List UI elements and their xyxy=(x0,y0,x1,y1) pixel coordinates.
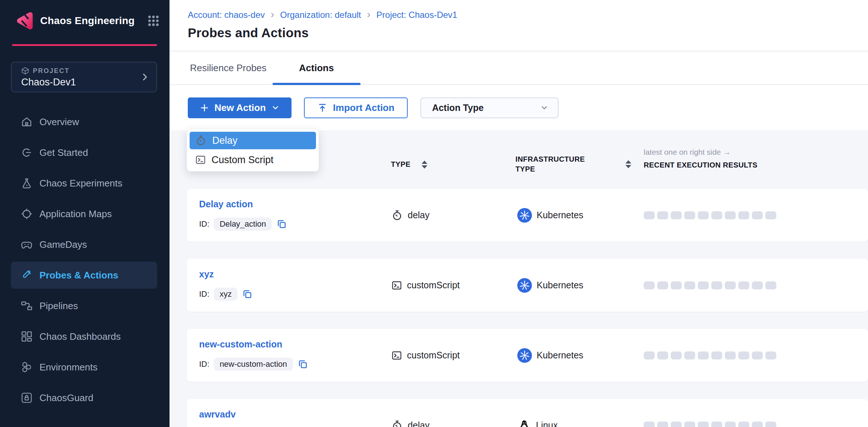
execution-result-placeholder xyxy=(765,281,776,289)
action-type-cell: delay xyxy=(391,209,430,222)
home-icon xyxy=(20,115,33,128)
accent-divider xyxy=(12,44,157,46)
sidebar-item-chaosguard[interactable]: ChaosGuard xyxy=(11,384,157,411)
execution-result-placeholder xyxy=(671,211,682,219)
project-selector[interactable]: PROJECT Chaos-Dev1 xyxy=(11,62,157,92)
plus-icon xyxy=(199,103,209,113)
terminal-icon xyxy=(195,154,206,166)
hexagons-icon xyxy=(20,361,33,374)
gamepad-icon xyxy=(20,238,33,251)
copy-icon[interactable] xyxy=(276,219,287,230)
execution-result-placeholder xyxy=(752,422,763,427)
menu-item-delay[interactable]: Delay xyxy=(190,132,316,149)
execution-result-placeholder xyxy=(738,422,749,427)
breadcrumb-organization[interactable]: Organization: default xyxy=(280,10,361,20)
chevron-down-icon xyxy=(540,103,549,112)
menu-item-custom-script[interactable]: Custom Script xyxy=(190,151,316,169)
terminal-icon xyxy=(391,350,403,361)
execution-result-placeholder xyxy=(684,211,695,219)
execution-result-placeholder xyxy=(725,281,736,289)
breadcrumb-project[interactable]: Project: Chaos-Dev1 xyxy=(376,10,457,20)
sidebar-item-overview[interactable]: Overview xyxy=(11,108,157,135)
action-id-value: Delay_action xyxy=(214,218,272,231)
tab-resilience-probes[interactable]: Resilience Probes xyxy=(190,51,267,84)
sidebar-item-application-maps[interactable]: Application Maps xyxy=(11,200,157,227)
execution-result-placeholder xyxy=(671,281,682,289)
execution-result-placeholder xyxy=(698,422,709,427)
sidebar-item-probes-and-actions[interactable]: Probes & Actions xyxy=(11,262,157,289)
execution-result-placeholder xyxy=(684,422,695,427)
new-action-button[interactable]: New Action xyxy=(188,97,292,118)
table-row-delay-action: Delay action ID: Delay_action delay xyxy=(187,189,868,242)
app-switcher-grid-icon[interactable] xyxy=(148,15,159,27)
recent-execution-results xyxy=(644,351,776,359)
chaos-engineering-logo-icon[interactable] xyxy=(14,11,34,31)
sidebar-item-gamedays[interactable]: GameDays xyxy=(11,231,157,258)
table-row-awrvadv: awrvadv delay Linux xyxy=(187,399,868,427)
test-tube-icon xyxy=(20,269,33,282)
execution-result-placeholder xyxy=(765,422,776,427)
execution-result-placeholder xyxy=(752,211,763,219)
copy-icon[interactable] xyxy=(297,359,308,370)
column-header-type: TYPE xyxy=(391,160,411,169)
copy-icon[interactable] xyxy=(242,289,253,300)
action-name-link[interactable]: awrvadv xyxy=(199,409,236,419)
sidebar-item-chaos-experiments[interactable]: Chaos Experiments xyxy=(11,170,157,197)
import-action-button[interactable]: Import Action xyxy=(304,97,408,118)
flask-icon xyxy=(20,177,33,190)
action-name-link[interactable]: xyz xyxy=(199,269,214,279)
cube-icon xyxy=(21,67,29,75)
sort-infrastructure-icon[interactable] xyxy=(625,160,631,168)
action-id-value: xyz xyxy=(214,288,237,301)
table-row-new-custom-action: new-custom-action ID: new-custom-action … xyxy=(187,329,868,382)
sidebar-item-get-started[interactable]: Get Started xyxy=(11,139,157,166)
target-icon xyxy=(20,207,33,220)
kubernetes-icon xyxy=(517,208,532,223)
sidebar-item-pipelines[interactable]: Pipelines xyxy=(11,292,157,319)
breadcrumb-account[interactable]: Account: chaos-dev xyxy=(188,10,265,20)
page-title: Probes and Actions xyxy=(188,26,868,40)
breadcrumb-separator: › xyxy=(367,9,370,21)
recent-execution-results xyxy=(644,281,776,289)
execution-result-placeholder xyxy=(671,351,682,359)
chevron-right-icon xyxy=(140,72,150,82)
table-row-xyz: xyz ID: xyz customScript Kubernetes xyxy=(187,259,868,312)
chevron-down-icon xyxy=(271,103,280,112)
toolbar: New Action Import Action Action Type xyxy=(170,85,868,130)
execution-result-placeholder xyxy=(711,211,722,219)
execution-result-placeholder xyxy=(698,281,709,289)
results-note: latest one on right side → xyxy=(644,148,757,157)
execution-result-placeholder xyxy=(657,351,668,359)
execution-result-placeholder xyxy=(725,211,736,219)
breadcrumb: Account: chaos-dev › Organization: defau… xyxy=(188,9,868,21)
action-type-cell: customScript xyxy=(391,280,460,291)
sidebar-item-chaos-dashboards[interactable]: Chaos Dashboards xyxy=(11,323,157,350)
tab-actions[interactable]: Actions xyxy=(273,51,361,84)
linux-icon xyxy=(517,419,531,427)
action-name-link[interactable]: Delay action xyxy=(199,199,253,209)
execution-result-placeholder xyxy=(752,351,763,359)
sort-type-icon[interactable] xyxy=(422,161,427,169)
tab-bar: Resilience Probes Actions xyxy=(170,51,868,85)
action-type-cell: customScript xyxy=(391,350,460,361)
execution-result-placeholder xyxy=(657,211,668,219)
execution-result-placeholder xyxy=(698,211,709,219)
execution-result-placeholder xyxy=(657,281,668,289)
sidebar-item-environments[interactable]: Environments xyxy=(11,354,157,381)
action-name-link[interactable]: new-custom-action xyxy=(199,339,282,349)
execution-result-placeholder xyxy=(671,422,682,427)
execution-result-placeholder xyxy=(738,211,749,219)
recent-execution-results xyxy=(644,211,776,219)
infrastructure-cell: Linux xyxy=(517,419,558,427)
execution-result-placeholder xyxy=(644,422,655,427)
execution-result-placeholder xyxy=(644,281,655,289)
execution-result-placeholder xyxy=(684,281,695,289)
action-type-select[interactable]: Action Type xyxy=(420,97,559,118)
sidebar-header: Chaos Engineering xyxy=(0,0,170,31)
infrastructure-cell: Kubernetes xyxy=(517,278,583,293)
project-label: PROJECT xyxy=(33,67,69,75)
execution-result-placeholder xyxy=(644,351,655,359)
execution-result-placeholder xyxy=(752,281,763,289)
recent-execution-results xyxy=(644,422,776,427)
sidebar: Chaos Engineering PROJECT Chaos-Dev1 xyxy=(0,0,170,427)
